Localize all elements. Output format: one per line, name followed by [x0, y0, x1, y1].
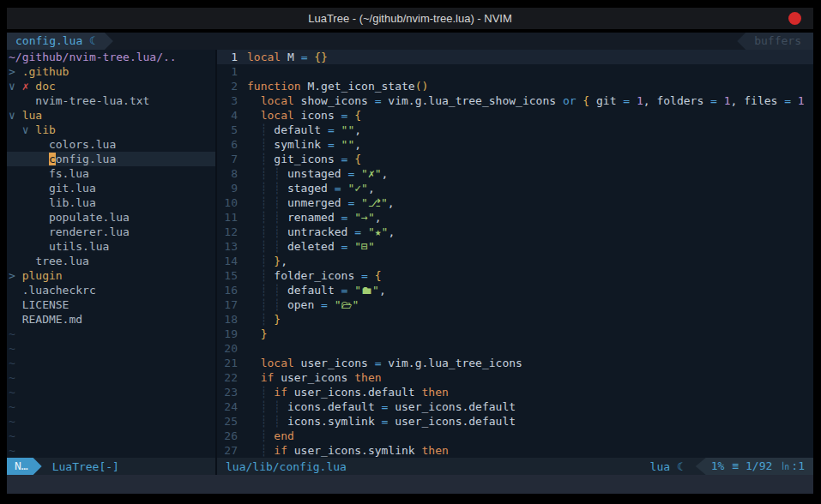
empty-line-tilde: ~: [9, 356, 215, 370]
tree-token: lua: [22, 109, 42, 122]
code-line[interactable]: 4 local icons = {: [217, 108, 813, 123]
code-line[interactable]: 10 ┊ ┊ unmerged = "⎇",: [217, 195, 813, 210]
code-text: ┊ end: [238, 429, 294, 443]
code-line[interactable]: 27 ┊ if user_icons.symlink then: [217, 443, 813, 458]
code-line[interactable]: 13 ┊ ┊ deleted = "⊟": [217, 239, 813, 254]
code-line[interactable]: 24 ┊ ┊ icons.default = user_icons.defaul…: [217, 399, 813, 414]
tree-row[interactable]: git.lua: [9, 181, 215, 195]
tree-row[interactable]: utils.lua: [9, 239, 215, 254]
code-token: [335, 123, 341, 136]
code-token: "→": [354, 211, 374, 224]
tree-token: doc: [35, 80, 55, 93]
tree-row[interactable]: populate.lua: [9, 210, 215, 225]
tree-token: ~: [9, 415, 15, 428]
code-token: default: [267, 123, 327, 136]
code-text: ┊ ┊ deleted = "⊟": [238, 239, 375, 254]
tree-row[interactable]: nvim-tree-lua.txt: [9, 93, 215, 108]
terminal-area: config.lua ☾ buffers ~/github/nvim-tree.…: [7, 33, 813, 494]
line-number: 13: [217, 239, 238, 254]
code-line[interactable]: 11 ┊ ┊ renamed = "→",: [217, 210, 813, 225]
tree-row[interactable]: > .github: [9, 64, 215, 79]
code-editor[interactable]: 1local M = {}12function M.get_icon_state…: [217, 50, 813, 458]
tree-row[interactable]: ∨ ✗ doc: [9, 79, 215, 93]
code-line[interactable]: 8 ┊ ┊ unstaged = "✗",: [217, 166, 813, 181]
tree-row[interactable]: LICENSE: [9, 297, 215, 312]
code-line[interactable]: 25 ┊ ┊ icons.symlink = user_icons.defaul…: [217, 414, 813, 429]
tree-token: [9, 313, 22, 326]
code-token: deleted: [281, 240, 341, 253]
tree-row[interactable]: .luacheckrc: [9, 283, 215, 297]
code-line[interactable]: 9 ┊ ┊ staged = "✓",: [217, 181, 813, 195]
tree-row[interactable]: renderer.lua: [9, 225, 215, 239]
tree-row[interactable]: tree.lua: [9, 254, 215, 268]
tree-token: .luacheckrc: [22, 284, 96, 297]
tree-token: colors.lua: [49, 138, 116, 151]
code-line[interactable]: 17 ┊ ┊ open = "🗁": [217, 297, 813, 312]
code-line[interactable]: 3 local show_icons = vim.g.lua_tree_show…: [217, 93, 813, 108]
code-text: ┊ ┊ renamed = "→",: [238, 210, 382, 225]
lua-icon: ☾: [89, 34, 96, 47]
code-line[interactable]: 26 ┊ end: [217, 429, 813, 443]
code-token: local: [261, 94, 294, 107]
code-token: untracked: [281, 225, 354, 238]
tree-row[interactable]: colors.lua: [9, 137, 215, 152]
code-line[interactable]: 19 }: [217, 327, 813, 341]
code-line[interactable]: 6 ┊ symlink = "",: [217, 137, 813, 152]
code-text: function M.get_icon_state(): [238, 79, 428, 93]
close-button[interactable]: [788, 12, 801, 25]
line-number: 18: [217, 312, 238, 327]
code-token: [247, 415, 261, 428]
code-token: (): [415, 80, 429, 93]
code-line[interactable]: 1local M = {}: [217, 50, 813, 64]
position-segment: 1% ≡ 1/92 ㏑:1: [696, 458, 813, 475]
code-line[interactable]: 22 if user_icons then: [217, 370, 813, 385]
line-number: 1: [217, 64, 238, 79]
tab-label: config.lua: [15, 34, 82, 47]
code-line[interactable]: 12 ┊ ┊ untracked = "★",: [217, 225, 813, 239]
mode-indicator: N…: [7, 458, 42, 475]
empty-line-tilde: ~: [9, 385, 215, 399]
code-line[interactable]: 23 ┊ if user_icons.default then: [217, 385, 813, 399]
code-line[interactable]: 2function M.get_icon_state(): [217, 79, 813, 93]
tree-token: >: [9, 65, 22, 78]
tree-row[interactable]: README.md: [9, 312, 215, 327]
tree-row[interactable]: lib.lua: [9, 195, 215, 210]
code-token: "": [341, 123, 355, 136]
code-line[interactable]: 14 ┊ },: [217, 254, 813, 268]
code-token: [247, 167, 261, 180]
code-line[interactable]: 15 ┊ folder_icons = {: [217, 268, 813, 283]
code-token: =: [375, 357, 382, 369]
code-token: ┊: [274, 182, 281, 195]
file-tree: ~/github/nvim-tree.lua/..> .github∨ ✗ do…: [7, 50, 215, 458]
code-line[interactable]: 5 ┊ default = "",: [217, 123, 813, 137]
tree-token: nvim-tree-lua.txt: [35, 94, 149, 107]
line-number-icon: ㏑: [780, 459, 791, 472]
code-text: ┊ },: [238, 254, 287, 268]
code-token: ,: [354, 123, 361, 136]
tree-token: [9, 94, 35, 107]
code-line[interactable]: 18 ┊ }: [217, 312, 813, 327]
tree-row[interactable]: fs.lua: [9, 166, 215, 181]
code-token: {: [375, 269, 382, 282]
code-token: =: [375, 94, 382, 107]
tab-config-lua[interactable]: config.lua ☾: [7, 33, 113, 50]
tab-buffers[interactable]: buffers: [737, 33, 813, 50]
tree-token: lib: [35, 123, 55, 136]
code-line[interactable]: 20: [217, 341, 813, 356]
tree-root-row[interactable]: ~/github/nvim-tree.lua/..: [9, 50, 215, 64]
column-info: ㏑:1: [780, 459, 805, 474]
code-line[interactable]: 21 local user_icons = vim.g.lua_tree_ico…: [217, 356, 813, 370]
code-token: git: [589, 94, 623, 107]
code-token: icons.default: [281, 400, 381, 413]
code-line[interactable]: 7 ┊ git_icons = {: [217, 152, 813, 166]
code-line[interactable]: 16 ┊ ┊ default = "🖿",: [217, 283, 813, 297]
code-line[interactable]: 1: [217, 64, 813, 79]
code-text: local show_icons = vim.g.lua_tree_show_i…: [238, 93, 805, 108]
code-token: =: [361, 269, 368, 282]
tree-row[interactable]: config.lua: [7, 152, 215, 166]
code-token: "🖿": [354, 284, 379, 297]
tree-row[interactable]: ∨ lib: [9, 123, 215, 137]
tree-row[interactable]: > plugin: [9, 268, 215, 283]
code-token: end: [274, 429, 293, 442]
tree-row[interactable]: ∨ lua: [9, 108, 215, 123]
